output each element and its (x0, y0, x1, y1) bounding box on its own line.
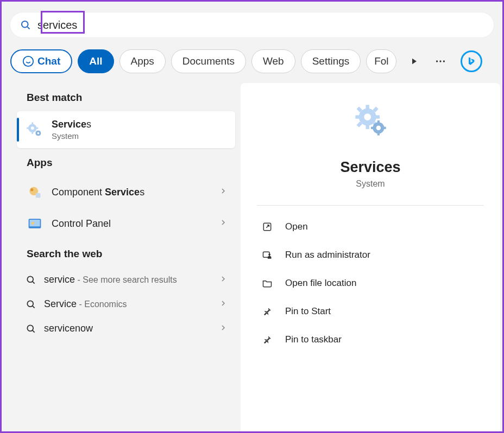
svg-rect-38 (377, 120, 380, 123)
action-open[interactable]: Open (257, 214, 484, 239)
svg-line-23 (33, 305, 35, 308)
svg-point-5 (443, 60, 445, 62)
svg-point-22 (27, 301, 33, 307)
svg-point-4 (440, 60, 442, 62)
web-term: servicenow (44, 323, 211, 334)
web-term: service - See more search results (44, 274, 211, 285)
svg-point-13 (37, 132, 40, 135)
filter-documents[interactable]: Documents (171, 49, 246, 73)
app-result-component-services[interactable]: Component Services (17, 176, 235, 208)
web-result-0[interactable]: service - See more search results (17, 268, 235, 292)
preview-actions: Open Run as administrator Open file loca… (253, 214, 488, 352)
action-open-file-location[interactable]: Open file location (257, 271, 484, 296)
magnify-icon (26, 299, 36, 310)
svg-point-20 (27, 276, 33, 282)
search-icon (20, 20, 31, 30)
action-label: Open (285, 221, 308, 232)
filter-settings[interactable]: Settings (301, 49, 361, 73)
web-result-1[interactable]: Service - Economics (17, 292, 235, 316)
services-gear-icon (26, 120, 44, 139)
web-result-2[interactable]: servicenow (17, 316, 235, 341)
svg-point-19 (32, 222, 34, 225)
svg-point-7 (31, 126, 34, 130)
action-label: Pin to taskbar (285, 334, 342, 345)
chevron-right-icon (219, 275, 228, 285)
svg-point-0 (22, 21, 28, 28)
svg-rect-41 (383, 127, 386, 129)
svg-point-44 (268, 253, 270, 256)
chat-label: Chat (37, 55, 60, 67)
search-web-heading: Search the web (27, 248, 235, 260)
divider (257, 205, 484, 206)
best-match-title: Services (52, 119, 228, 130)
bing-icon[interactable] (461, 50, 482, 72)
preview-title: Services (340, 159, 400, 176)
control-panel-icon (26, 214, 44, 233)
component-services-icon (26, 183, 44, 201)
action-label: Open file location (285, 278, 356, 289)
filter-row: Chat All Apps Documents Web Settings Fol (10, 49, 494, 73)
best-match-services[interactable]: Services System (17, 111, 235, 148)
apps-heading: Apps (27, 157, 235, 169)
svg-rect-11 (36, 128, 38, 129)
chat-button[interactable]: Chat (10, 49, 72, 73)
chevron-right-icon (219, 187, 228, 198)
chevron-right-icon (219, 299, 228, 310)
pin-start-icon (261, 305, 273, 317)
admin-icon (261, 249, 273, 261)
app-title: Component Services (52, 187, 211, 198)
preview-subtitle: System (356, 179, 385, 189)
svg-rect-39 (377, 132, 380, 135)
chevron-right-icon (219, 218, 228, 229)
pin-taskbar-icon (261, 334, 273, 346)
svg-line-21 (33, 281, 35, 283)
action-label: Pin to Start (285, 306, 331, 317)
action-pin-taskbar[interactable]: Pin to taskbar (257, 327, 484, 352)
svg-rect-8 (32, 123, 33, 125)
app-result-control-panel[interactable]: Control Panel (17, 208, 235, 239)
scroll-right-icon[interactable] (408, 55, 420, 67)
svg-point-2 (23, 56, 33, 66)
filter-web[interactable]: Web (251, 49, 295, 73)
svg-point-24 (27, 325, 33, 331)
svg-rect-18 (29, 220, 40, 226)
search-bar (10, 12, 494, 37)
action-pin-start[interactable]: Pin to Start (257, 299, 484, 324)
more-icon[interactable] (434, 55, 446, 67)
svg-rect-10 (27, 128, 29, 129)
filter-folders-truncated[interactable]: Fol (366, 49, 396, 73)
open-icon (261, 221, 273, 233)
filter-apps[interactable]: Apps (119, 49, 166, 73)
web-term: Service - Economics (44, 298, 211, 310)
svg-point-35 (364, 113, 371, 120)
best-match-subtitle: System (52, 131, 228, 141)
svg-rect-40 (371, 127, 374, 129)
best-match-heading: Best match (27, 92, 235, 104)
content-area: Best match Services System Apps Componen… (2, 83, 502, 431)
action-label: Run as administrator (285, 250, 370, 260)
svg-point-37 (376, 126, 381, 131)
app-title: Control Panel (52, 218, 211, 230)
svg-rect-9 (32, 132, 33, 134)
search-input[interactable] (37, 19, 484, 31)
magnify-icon (26, 323, 36, 334)
action-run-admin[interactable]: Run as administrator (257, 243, 484, 268)
results-pane: Best match Services System Apps Componen… (2, 83, 241, 431)
svg-point-15 (30, 188, 33, 191)
chevron-right-icon (219, 323, 228, 334)
services-gear-icon-large (352, 103, 389, 139)
magnify-icon (26, 275, 36, 285)
svg-point-3 (436, 60, 438, 62)
svg-line-1 (27, 27, 29, 29)
preview-pane: Services System Open Run as administrato… (241, 83, 500, 431)
svg-line-25 (33, 330, 35, 332)
svg-rect-16 (36, 193, 41, 198)
folder-icon (261, 277, 273, 289)
filter-all[interactable]: All (78, 49, 114, 73)
